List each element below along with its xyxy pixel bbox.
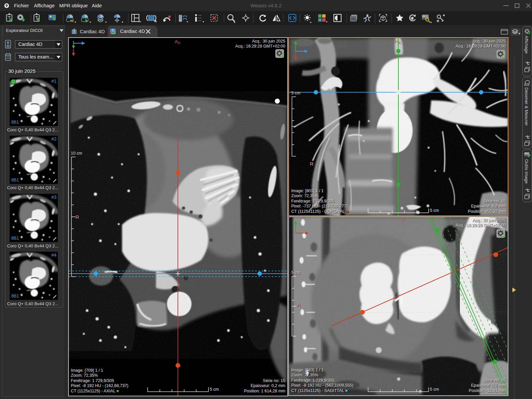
svg-text:#2: #2: [51, 136, 57, 142]
svg-text:861: 861: [11, 235, 19, 241]
svg-text:#3: #3: [51, 195, 57, 200]
svg-text:861: 861: [11, 177, 19, 183]
svg-text:#4: #4: [51, 252, 57, 258]
svg-text:861: 861: [11, 119, 19, 125]
svg-text:#1: #1: [51, 78, 57, 84]
svg-text:861: 861: [11, 293, 19, 299]
